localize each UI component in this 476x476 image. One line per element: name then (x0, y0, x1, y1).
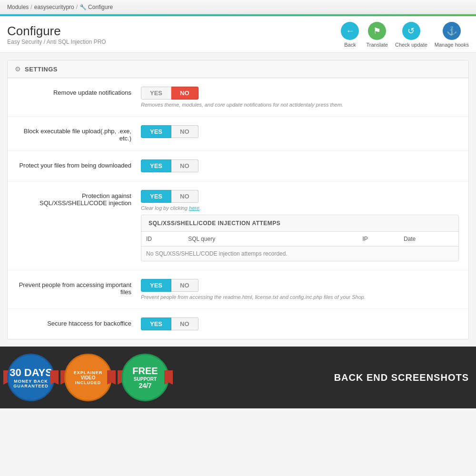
breadcrumb-easysecuritypro[interactable]: easysecuritypro (34, 4, 74, 10)
col-date: Date (399, 232, 458, 247)
badge-30days: 30 DAYS MONEY BACK GUARANTEED (7, 354, 55, 401)
setting-label-protect-files: Protect your files from being downloaded (17, 159, 141, 169)
badge-30days-wrapper: 30 DAYS MONEY BACK GUARANTEED (7, 354, 55, 401)
settings-panel: ⚙ SETTINGS Remove update notifications Y… (7, 60, 469, 339)
setting-row-prevent-important-files: Prevent people from accessing important … (8, 270, 468, 309)
setting-row-secure-htaccess: Secure htaccess for backoffice YES NO (8, 309, 468, 339)
toggle-no-protect-files[interactable]: NO (171, 159, 198, 172)
toggle-yes-protection-injection[interactable]: YES (141, 190, 171, 203)
toggle-no-block-executable[interactable]: NO (171, 125, 198, 138)
toggle-no-secure-htaccess[interactable]: NO (171, 317, 198, 330)
gear-icon: ⚙ (15, 65, 21, 73)
injection-log: SQL/XSS/SHELL/CODE INJECTION ATTEMPS ID … (141, 215, 459, 261)
col-ip: IP (358, 232, 399, 247)
ribbon-right-3 (164, 370, 173, 385)
col-id: ID (141, 232, 183, 247)
badge-free-line2: SUPPORT (134, 377, 157, 382)
toggle-yes-prevent-important-files[interactable]: YES (141, 279, 171, 292)
toggle-yes-block-executable[interactable]: YES (141, 125, 171, 138)
badge-circle-explainer: EXPLAINER VIDEO INCLUDED (64, 354, 112, 401)
back-icon: ← (341, 22, 359, 40)
toggle-yes-secure-htaccess[interactable]: YES (141, 317, 171, 330)
toggle-group-prevent-important-files: YES NO (141, 279, 459, 292)
badge-circle-free-support: FREE SUPPORT 24/7 (121, 354, 169, 401)
badge-free-support-wrapper: FREE SUPPORT 24/7 (121, 354, 169, 401)
setting-desc-prevent-important-files: Prevent people from accessing the readme… (141, 294, 459, 300)
injection-log-table: ID SQL query IP Date No SQL/XSS/SHELL/CO… (141, 232, 458, 261)
badge-explainer: EXPLAINER VIDEO INCLUDED (64, 354, 112, 401)
injection-log-title: SQL/XSS/SHELL/CODE INJECTION ATTEMPS (141, 215, 458, 232)
main-content: ⚙ SETTINGS Remove update notifications Y… (0, 53, 476, 347)
setting-controls-block-executable: YES NO (141, 125, 459, 138)
breadcrumb-sep2: / (76, 4, 78, 10)
setting-row-block-executable: Block executable file upload(.php, .exe,… (8, 117, 468, 151)
setting-label-remove-update: Remove update notifications (17, 87, 141, 96)
setting-label-secure-htaccess: Secure htaccess for backoffice (17, 317, 141, 327)
setting-desc-remove-update: Removes theme, modules, and core update … (141, 102, 459, 108)
clear-log-link[interactable]: here (189, 205, 199, 211)
footer-backend-text: BACK END SCREENSHOTS (334, 372, 469, 383)
setting-label-block-executable: Block executable file upload(.php, .exe,… (17, 125, 141, 142)
badge-free-line1: FREE (132, 366, 158, 377)
badge-explainer-wrapper: EXPLAINER VIDEO INCLUDED (64, 354, 112, 401)
breadcrumb: Modules / easysecuritypro / 🔧Configure (7, 4, 113, 10)
toggle-group-secure-htaccess: YES NO (141, 317, 459, 330)
setting-controls-prevent-important-files: YES NO Prevent people from accessing the… (141, 279, 459, 300)
setting-row-protect-files: Protect your files from being downloaded… (8, 151, 468, 181)
badge-circle-30days: 30 DAYS MONEY BACK GUARANTEED (7, 354, 55, 401)
setting-label-prevent-important-files: Prevent people from accessing important … (17, 279, 141, 296)
back-button[interactable]: ← Back (341, 22, 359, 48)
page-subtitle: Easy Security / Anti SQL Injection PRO (7, 39, 106, 45)
badge-explainer-line2: VIDEO (80, 375, 95, 380)
translate-button[interactable]: ⚑ Translate (366, 22, 387, 48)
header-left: Configure Easy Security / Anti SQL Injec… (7, 24, 106, 46)
badge-30days-line3: GUARANTEED (13, 384, 49, 388)
toggle-group-remove-update: YES NO (141, 87, 459, 99)
update-icon: ↺ (402, 22, 420, 40)
translate-icon: ⚑ (368, 22, 386, 40)
col-sql-query: SQL query (183, 232, 357, 247)
setting-row-remove-update-notifications: Remove update notifications YES NO Remov… (8, 78, 468, 117)
manage-hooks-label: Manage hooks (435, 42, 469, 48)
page-header: Configure Easy Security / Anti SQL Injec… (0, 16, 476, 53)
back-label: Back (344, 42, 356, 48)
settings-title: SETTINGS (25, 66, 58, 73)
badge-30days-line2: MONEY BACK (14, 379, 48, 384)
translate-label: Translate (366, 42, 387, 48)
ribbon-right-2 (107, 370, 116, 385)
setting-controls-remove-update: YES NO Removes theme, modules, and core … (141, 87, 459, 108)
breadcrumb-sep1: / (30, 4, 32, 10)
setting-row-protection-injection: Protection against SQL/XSS/SHELL/CODE in… (8, 181, 468, 270)
badge-free-support: FREE SUPPORT 24/7 (121, 354, 169, 401)
hooks-icon: ⚓ (443, 22, 461, 40)
breadcrumb-modules[interactable]: Modules (7, 4, 29, 10)
manage-hooks-button[interactable]: ⚓ Manage hooks (435, 22, 469, 48)
footer-badges: 30 DAYS MONEY BACK GUARANTEED EXPLAINER … (0, 347, 476, 408)
toggle-group-protect-files: YES NO (141, 159, 459, 172)
header-actions: ← Back ⚑ Translate ↺ Check update ⚓ Mana… (341, 22, 469, 48)
badge-free-line3: 24/7 (139, 382, 151, 389)
setting-controls-protect-files: YES NO (141, 159, 459, 172)
setting-controls-secure-htaccess: YES NO (141, 317, 459, 330)
settings-header: ⚙ SETTINGS (8, 60, 468, 78)
ribbon-right-1 (50, 370, 59, 385)
page-title: Configure (7, 24, 106, 38)
badge-30days-line1: 30 DAYS (10, 367, 52, 379)
toggle-group-protection-injection: YES NO (141, 190, 459, 203)
setting-controls-protection-injection: YES NO Clear log by clicking here. SQL/X… (141, 190, 459, 261)
setting-label-protection-injection: Protection against SQL/XSS/SHELL/CODE in… (17, 190, 141, 207)
injection-log-empty-message: No SQL/XSS/SHELL/CODE injection attemps … (141, 247, 458, 261)
breadcrumb-configure: 🔧Configure (79, 4, 113, 10)
check-update-button[interactable]: ↺ Check update (395, 22, 427, 48)
badge-explainer-line3: INCLUDED (75, 380, 101, 385)
setting-desc-protection-injection: Clear log by clicking here. (141, 205, 459, 211)
toggle-group-block-executable: YES NO (141, 125, 459, 138)
injection-log-empty-row: No SQL/XSS/SHELL/CODE injection attemps … (141, 247, 458, 261)
toggle-yes-remove-update[interactable]: YES (141, 87, 171, 99)
toggle-yes-protect-files[interactable]: YES (141, 159, 171, 172)
badge-explainer-line1: EXPLAINER (74, 370, 103, 375)
check-update-label: Check update (395, 42, 427, 48)
toggle-no-prevent-important-files[interactable]: NO (171, 279, 198, 292)
toggle-no-protection-injection[interactable]: NO (171, 190, 198, 203)
toggle-no-remove-update[interactable]: NO (171, 87, 198, 99)
